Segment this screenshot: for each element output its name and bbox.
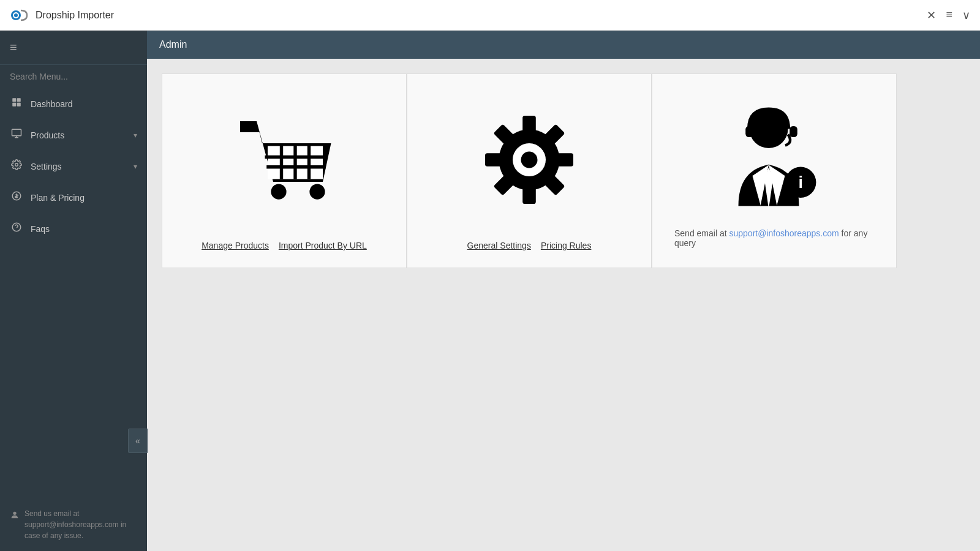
shopping-cart-icon [229, 105, 339, 215]
sidebar-item-label-plan-pricing: Plan & Pricing [31, 193, 137, 203]
svg-text:i: i [798, 173, 803, 192]
import-product-by-url-link[interactable]: Import Product By URL [279, 241, 367, 250]
svg-point-21 [271, 184, 286, 200]
sidebar-item-products[interactable]: Products ▾ [0, 119, 147, 151]
sidebar-footer: Send us email at support@infoshoreapps.c… [0, 498, 147, 551]
title-bar-controls: ✕ ≡ ∨ [927, 9, 970, 22]
svg-rect-4 [17, 98, 21, 102]
svg-rect-26 [522, 187, 536, 204]
cards-grid: Manage Products Import Product By URL [162, 73, 897, 268]
sidebar-item-faqs[interactable]: Faqs [0, 213, 147, 244]
products-chevron-icon: ▾ [134, 131, 137, 140]
svg-rect-27 [485, 153, 502, 167]
products-icon [10, 128, 23, 142]
sidebar-item-dashboard[interactable]: Dashboard [0, 88, 147, 119]
sidebar-hamburger[interactable]: ≡ [0, 31, 147, 65]
main-content: Admin [147, 31, 980, 551]
settings-chevron-icon: ▾ [134, 162, 137, 171]
svg-rect-37 [790, 126, 797, 137]
svg-rect-36 [745, 126, 753, 137]
app-title: Dropship Importer [36, 10, 114, 21]
question-icon [10, 222, 23, 236]
dashboard-icon [10, 97, 23, 111]
title-bar-left: Dropship Importer [10, 6, 114, 25]
search-input[interactable] [10, 72, 137, 81]
manage-products-link[interactable]: Manage Products [202, 241, 269, 250]
sidebar-collapse-button[interactable]: « [128, 429, 148, 453]
support-email-link[interactable]: support@infoshoreapps.com [729, 228, 839, 238]
products-card-icon-area [229, 86, 339, 233]
sidebar-footer-text: Send us email at support@infoshoreapps.c… [24, 508, 137, 541]
dollar-icon [10, 190, 23, 204]
sidebar-item-label-products: Products [31, 130, 126, 140]
sidebar-item-settings[interactable]: Settings ▾ [0, 151, 147, 182]
admin-header-title: Admin [159, 39, 187, 50]
sidebar: ≡ Dashboard [0, 31, 147, 551]
svg-point-22 [309, 184, 325, 200]
app-layout: ≡ Dashboard [0, 31, 980, 551]
app-logo [10, 6, 29, 25]
svg-point-24 [521, 152, 538, 168]
svg-point-14 [13, 512, 16, 515]
support-icon: i [719, 99, 829, 209]
svg-rect-7 [12, 129, 21, 136]
gear-icon [474, 105, 584, 215]
support-card-icon-area: i [719, 86, 829, 221]
sidebar-item-plan-pricing[interactable]: Plan & Pricing [0, 182, 147, 213]
svg-rect-3 [12, 98, 16, 102]
sidebar-search-container [0, 65, 147, 88]
support-card: i Send email at support@infoshoreapps.co… [652, 73, 897, 268]
admin-header: Admin [147, 31, 980, 59]
menu-icon[interactable]: ≡ [946, 9, 952, 21]
settings-card-icon-area [474, 86, 584, 233]
svg-rect-6 [17, 103, 21, 107]
products-card: Manage Products Import Product By URL [162, 73, 407, 268]
user-icon [10, 509, 20, 524]
sidebar-item-label-dashboard: Dashboard [31, 99, 137, 109]
close-icon[interactable]: ✕ [927, 9, 936, 22]
svg-rect-25 [522, 116, 536, 132]
svg-point-10 [15, 163, 18, 167]
general-settings-link[interactable]: General Settings [467, 241, 531, 250]
svg-rect-28 [557, 153, 573, 167]
sidebar-nav: Dashboard Products ▾ [0, 88, 147, 498]
title-bar: Dropship Importer ✕ ≡ ∨ [0, 0, 980, 31]
support-text-prefix: Send email at [674, 228, 729, 238]
settings-card-links: General Settings Pricing Rules [467, 233, 592, 255]
sidebar-item-label-faqs: Faqs [31, 224, 137, 234]
content-area: Manage Products Import Product By URL [147, 59, 980, 551]
svg-point-2 [14, 13, 18, 17]
settings-card: General Settings Pricing Rules [407, 73, 652, 268]
products-card-links: Manage Products Import Product By URL [202, 233, 367, 255]
pricing-rules-link[interactable]: Pricing Rules [541, 241, 591, 250]
chevron-down-icon[interactable]: ∨ [962, 9, 970, 22]
svg-rect-5 [12, 103, 16, 107]
sidebar-item-label-settings: Settings [31, 162, 126, 171]
support-card-text: Send email at support@infoshoreapps.com … [665, 221, 884, 255]
settings-icon [10, 159, 23, 173]
